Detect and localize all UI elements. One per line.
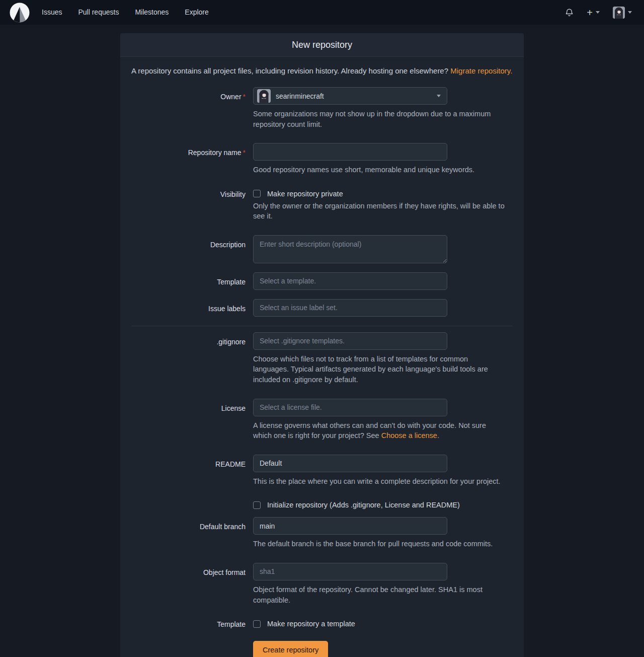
default-branch-help: The default branch is the base branch fo… [253, 539, 505, 549]
page-title: New repository [120, 33, 524, 57]
create-menu-button[interactable]: + [582, 5, 605, 21]
choose-a-license-link[interactable]: Choose a license. [381, 431, 439, 440]
object-format-select[interactable]: sha1 [253, 563, 447, 580]
object-format-row: Object format sha1 Object format of the … [131, 563, 513, 605]
template-flag-label: Template [131, 619, 253, 629]
required-mark: * [243, 149, 246, 157]
license-help: A license governs what others can and ca… [253, 420, 505, 441]
submit-row: Create repository [131, 641, 513, 657]
template-select-label: Template [131, 272, 253, 290]
owner-label: Owner* [131, 87, 253, 129]
issue-labels-select[interactable]: Select an issue label set. [253, 299, 447, 317]
gitignore-select[interactable]: Select .gitignore templates. [253, 332, 447, 350]
object-format-value: sha1 [260, 567, 441, 575]
readme-value: Default [260, 459, 441, 467]
readme-label: README [131, 455, 253, 487]
license-placeholder: Select a license file. [260, 403, 441, 411]
notifications-button[interactable] [560, 5, 579, 20]
top-navbar: Issues Pull requests Milestones Explore … [0, 0, 644, 25]
navbar-right: + [560, 4, 637, 22]
visibility-label: Visibility [131, 189, 253, 222]
object-format-help: Object format of the repository. Cannot … [253, 585, 505, 605]
owner-select[interactable]: searinminecraft [253, 87, 447, 105]
user-menu-button[interactable] [608, 4, 637, 22]
new-repo-panel: New repository A repository contains all… [120, 33, 524, 657]
intro-text: A repository contains all project files,… [131, 65, 513, 76]
user-avatar [613, 7, 625, 19]
section-divider [131, 326, 513, 326]
init-row: Initialize repository (Adds .gitignore, … [131, 500, 513, 509]
template-select-row: Template Select a template. [131, 272, 513, 290]
object-format-label: Object format [131, 563, 253, 605]
description-row: Description [131, 235, 513, 263]
site-logo-icon[interactable] [10, 3, 30, 23]
readme-select[interactable]: Default [253, 455, 447, 472]
init-checkbox-label[interactable]: Initialize repository (Adds .gitignore, … [267, 501, 460, 509]
template-flag-checkbox-line: Make repository a template [253, 619, 513, 628]
default-branch-input[interactable] [253, 517, 447, 535]
repo-name-label: Repository name* [131, 143, 253, 175]
chevron-down-icon [628, 11, 632, 14]
owner-value: searinminecraft [276, 92, 432, 100]
nav-link-issues[interactable]: Issues [34, 0, 70, 25]
default-branch-label: Default branch [131, 517, 253, 549]
create-repository-button[interactable]: Create repository [253, 641, 328, 657]
owner-help: Some organizations may not show up in th… [253, 109, 505, 129]
owner-row: Owner* searinminecraft [131, 87, 513, 129]
readme-row: README Default This is the place where y… [131, 455, 513, 487]
template-flag-row: Template Make repository a template [131, 619, 513, 629]
new-repo-form: A repository contains all project files,… [120, 57, 524, 657]
gitignore-label: .gitignore [131, 332, 253, 385]
make-template-checkbox[interactable] [253, 620, 261, 628]
private-checkbox[interactable] [253, 190, 261, 197]
issue-labels-label: Issue labels [131, 299, 253, 317]
private-checkbox-line: Make repository private [253, 189, 513, 198]
nav-link-milestones[interactable]: Milestones [127, 0, 177, 25]
description-label: Description [131, 235, 253, 263]
template-select-placeholder: Select a template. [260, 277, 441, 285]
page-content: New repository A repository contains all… [0, 25, 644, 657]
plus-icon: + [587, 8, 593, 18]
init-repository-checkbox[interactable] [253, 501, 261, 509]
private-checkbox-label[interactable]: Make repository private [267, 190, 343, 198]
nav-link-pull-requests[interactable]: Pull requests [70, 0, 127, 25]
readme-help: This is the place where you can write a … [253, 476, 505, 487]
init-label-spacer [131, 500, 253, 509]
gitignore-help: Choose which files not to track from a l… [253, 354, 505, 385]
chevron-down-icon [437, 95, 441, 97]
template-select[interactable]: Select a template. [253, 272, 447, 290]
repo-name-help: Good repository names use short, memorab… [253, 165, 505, 175]
submit-spacer [131, 641, 253, 657]
gitignore-placeholder: Select .gitignore templates. [260, 337, 441, 345]
visibility-help: Only the owner or the organization membe… [253, 201, 505, 222]
repo-name-row: Repository name* Good repository names u… [131, 143, 513, 175]
init-checkbox-line: Initialize repository (Adds .gitignore, … [253, 500, 513, 509]
gitignore-row: .gitignore Select .gitignore templates. … [131, 332, 513, 385]
issue-labels-row: Issue labels Select an issue label set. [131, 299, 513, 317]
nav-link-explore[interactable]: Explore [177, 0, 216, 25]
migrate-repository-link[interactable]: Migrate repository. [450, 66, 512, 75]
bell-icon [565, 8, 574, 17]
license-row: License Select a license file. A license… [131, 399, 513, 441]
required-mark: * [243, 93, 246, 101]
description-textarea[interactable] [253, 235, 447, 263]
default-branch-row: Default branch The default branch is the… [131, 517, 513, 549]
repo-name-input[interactable] [253, 143, 447, 161]
make-template-checkbox-label[interactable]: Make repository a template [267, 620, 355, 628]
license-select[interactable]: Select a license file. [253, 399, 447, 416]
visibility-row: Visibility Make repository private Only … [131, 189, 513, 222]
chevron-down-icon [596, 11, 600, 14]
license-label: License [131, 399, 253, 441]
issue-labels-placeholder: Select an issue label set. [260, 304, 441, 312]
owner-avatar [257, 89, 271, 103]
